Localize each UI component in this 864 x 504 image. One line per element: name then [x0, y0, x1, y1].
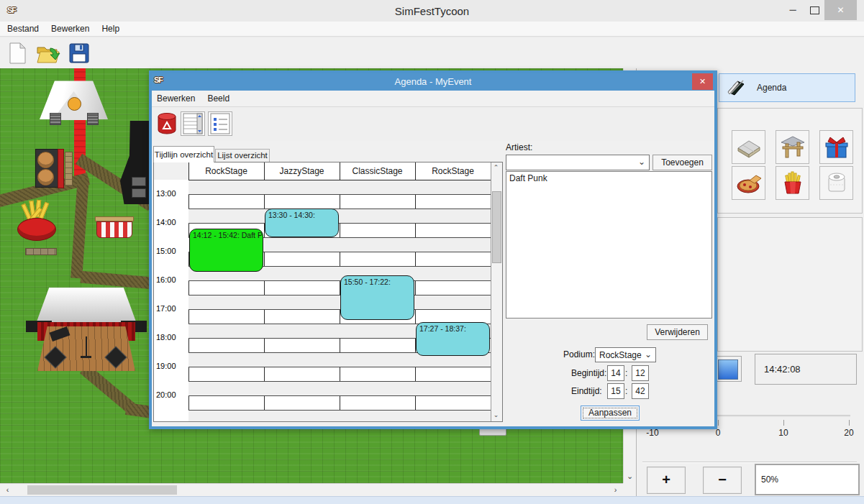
scrollbar-thumb[interactable]: [492, 191, 501, 263]
minimize-button[interactable]: ─: [783, 0, 803, 20]
map-horizontal-scrollbar[interactable]: ‹ ›: [0, 483, 623, 496]
map-fries-stand[interactable]: [17, 218, 56, 241]
dialog-titlebar[interactable]: SF Agenda - MyEvent ✕: [152, 73, 714, 91]
map-road[interactable]: [71, 178, 89, 279]
table-view-icon: [183, 113, 203, 134]
tab-tijdlijn-overzicht[interactable]: Tijdlijn overzicht: [153, 146, 214, 162]
shop-item-road[interactable]: [732, 130, 765, 164]
main-titlebar: SF SimFestTycoon ─ ✕: [0, 0, 864, 22]
schedule-scrollbar[interactable]: ⌃ ⌄: [491, 162, 502, 421]
map-main-stage[interactable]: [26, 286, 147, 441]
agenda-dialog: SF Agenda - MyEvent ✕ BewerkenBeeld: [149, 70, 717, 429]
tab-lijst-overzicht[interactable]: Lijst overzicht: [215, 149, 270, 162]
menu-item-bewerken[interactable]: Bewerken: [51, 22, 89, 37]
end-minute-input[interactable]: 42: [632, 383, 649, 399]
zoom-out-button[interactable]: −: [703, 467, 742, 494]
begin-hour-input[interactable]: 14: [607, 365, 624, 381]
schedule-event[interactable]: 17:27 - 18:37:: [416, 322, 490, 356]
shop-item-stage[interactable]: [776, 130, 809, 164]
schedule-slot-row[interactable]: [188, 281, 491, 295]
list-view-button[interactable]: [208, 111, 232, 136]
zoom-in-button[interactable]: +: [647, 467, 686, 494]
road-tile-icon: [735, 136, 763, 159]
new-file-button[interactable]: [6, 41, 30, 65]
scroll-left-icon[interactable]: ‹: [1, 484, 14, 496]
shop-item-gift[interactable]: [819, 130, 853, 164]
stage-roof: [36, 288, 137, 324]
map-planks[interactable]: [65, 152, 73, 186]
scroll-up-icon[interactable]: ⌃: [491, 162, 501, 175]
scroll-down-icon[interactable]: ⌄: [624, 470, 636, 482]
podium-combobox[interactable]: RockStage ⌄: [595, 347, 656, 362]
menu-item-help[interactable]: Help: [101, 22, 119, 37]
schedule-slot-row[interactable]: [188, 295, 491, 310]
slider-tick: [718, 420, 719, 426]
schedule-slot-row[interactable]: [188, 411, 491, 422]
tent-grill: [50, 113, 61, 125]
menu-item-bestand[interactable]: Bestand: [7, 22, 39, 37]
close-button[interactable]: ✕: [824, 0, 857, 20]
save-button[interactable]: [67, 41, 91, 65]
map-planks[interactable]: [25, 248, 57, 255]
main-toolbar: [0, 37, 864, 69]
podium-combo-value: RockStage: [599, 350, 642, 360]
schedule-event[interactable]: 15:50 - 17:22:: [340, 275, 414, 319]
schedule-table: RockStageJazzyStageClassicStageRockStage…: [153, 162, 503, 422]
schedule-slot-row[interactable]: [188, 382, 491, 396]
slider-tick: [849, 420, 850, 426]
dialog-close-button[interactable]: ✕: [692, 73, 713, 90]
stage-column-header: RockStage: [415, 162, 491, 180]
dialog-menu-item-bewerken[interactable]: Bewerken: [157, 91, 195, 106]
schedule-event-selected[interactable]: 14:12 - 15:42: Daft Punk: [189, 229, 263, 272]
agenda-button[interactable]: Agenda: [719, 73, 855, 102]
burger-icon: [37, 169, 54, 185]
schedule-slot-row[interactable]: [188, 396, 491, 411]
mic-stand: [86, 336, 87, 357]
dialog-toolbar: [152, 107, 714, 141]
maximize-button[interactable]: [804, 0, 824, 20]
toilet-paper-icon: [824, 170, 849, 196]
apply-button[interactable]: Aanpassen: [581, 406, 640, 421]
schedule-grid[interactable]: [188, 180, 491, 421]
scroll-right-icon[interactable]: ›: [609, 484, 622, 496]
artist-listbox[interactable]: Daft Punk: [506, 171, 712, 319]
schedule-slot-row[interactable]: [188, 195, 491, 209]
burger-icon: [37, 152, 54, 168]
time-label: 14:00: [156, 218, 176, 226]
remove-button[interactable]: Verwijderen: [647, 324, 708, 340]
shop-item-fries[interactable]: [776, 166, 809, 200]
slider-label: 20: [836, 428, 862, 438]
timeline-view-button[interactable]: [181, 111, 205, 136]
add-artist-button[interactable]: Toevoegen: [652, 155, 712, 170]
schedule-slot-row[interactable]: [188, 209, 491, 224]
stand-beam: [95, 216, 134, 221]
dialog-menu-item-beeld[interactable]: Beeld: [207, 91, 229, 106]
map-burger-stand-panel[interactable]: [58, 149, 64, 188]
zoom-level-field[interactable]: 50%: [755, 464, 860, 495]
stage-column-header: RockStage: [188, 162, 264, 180]
time-label: 15:00: [156, 247, 176, 255]
artist-list-item[interactable]: Daft Punk: [506, 172, 711, 185]
schedule-slot-row[interactable]: [188, 180, 491, 195]
time-label: 13:00: [156, 189, 176, 198]
end-time-label: Eindtijd:: [571, 386, 602, 396]
delete-tool-button[interactable]: [155, 111, 179, 136]
scroll-down-icon[interactable]: ⌄: [491, 410, 501, 422]
shop-item-toilet-paper[interactable]: [819, 166, 853, 200]
open-file-button[interactable]: [36, 41, 60, 65]
slider-tick: [783, 420, 784, 426]
map-tent[interactable]: [40, 78, 108, 126]
end-hour-input[interactable]: 15: [607, 383, 624, 399]
dialog-menubar: BewerkenBeeld: [152, 91, 714, 107]
map-burger-stand[interactable]: [35, 149, 58, 188]
time-label: 20:00: [156, 390, 176, 399]
map-striped-stand[interactable]: [95, 216, 134, 239]
scrollbar-thumb[interactable]: [27, 485, 177, 495]
schedule-event[interactable]: 13:30 - 14:30:: [265, 209, 339, 237]
save-icon: [69, 43, 89, 63]
artist-combobox[interactable]: ⌄: [506, 155, 650, 170]
tent-grill: [87, 113, 99, 125]
shop-item-pizza[interactable]: [732, 166, 765, 200]
begin-minute-input[interactable]: 12: [632, 365, 649, 381]
schedule-slot-row[interactable]: [188, 367, 491, 382]
